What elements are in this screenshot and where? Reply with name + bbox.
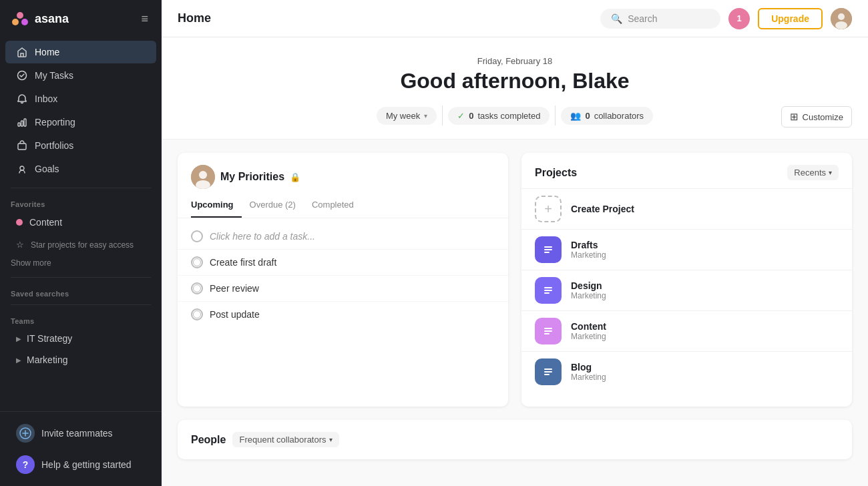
sidebar-item-marketing[interactable]: ▶ Marketing xyxy=(5,350,156,370)
hero-row: My week ▾ ✓ 0 tasks completed 👥 0 collab… xyxy=(162,105,868,128)
sidebar-item-portfolios-label: Portfolios xyxy=(35,140,73,151)
task-check-icon-3 xyxy=(191,282,203,294)
priorities-card: My Priorities 🔒 Upcoming Overdue (2) Com… xyxy=(178,153,508,407)
sidebar-item-home[interactable]: Home xyxy=(5,41,156,63)
asana-logo-icon xyxy=(11,9,29,28)
search-box[interactable]: 🔍 Search xyxy=(600,9,720,29)
sidebar-toggle-button[interactable]: ≡ xyxy=(138,9,151,29)
svg-point-0 xyxy=(17,12,23,19)
sidebar-item-my-tasks-label: My Tasks xyxy=(35,70,73,81)
customize-button[interactable]: ⊞ Customize xyxy=(781,106,852,128)
task-item-update[interactable]: Post update xyxy=(178,302,508,327)
show-more-button[interactable]: Show more xyxy=(0,256,162,273)
svg-point-8 xyxy=(20,166,24,170)
sidebar-nav: Home My Tasks Inbox Reporting xyxy=(0,37,162,184)
design-project-icon xyxy=(535,277,562,304)
tab-completed[interactable]: Completed xyxy=(304,196,362,218)
sidebar-item-it-strategy[interactable]: ▶ IT Strategy xyxy=(5,328,156,348)
sidebar-item-content-favorite[interactable]: Content xyxy=(5,212,156,233)
search-placeholder: Search xyxy=(628,13,657,24)
week-chevron: ▾ xyxy=(424,112,427,119)
home-scroll-area: Friday, February 18 Good afternoon, Blak… xyxy=(162,37,868,486)
people-section: People Frequent collaborators ▾ xyxy=(162,420,868,473)
sidebar-star-label: Star projects for easy access xyxy=(31,240,134,250)
sidebar-divider-1 xyxy=(11,188,151,188)
svg-rect-27 xyxy=(544,333,550,334)
task-item-draft[interactable]: Create first draft xyxy=(178,250,508,276)
topbar-right: 🔍 Search 1 Upgrade xyxy=(600,8,852,29)
tasks-completed-pill[interactable]: ✓ 0 tasks completed xyxy=(448,107,550,125)
invite-icon xyxy=(16,424,35,443)
sidebar-item-star-projects[interactable]: ☆ Star projects for easy access xyxy=(5,234,156,255)
task-add-item[interactable]: Click here to add a task... xyxy=(178,224,508,250)
svg-rect-23 xyxy=(544,290,552,291)
sidebar-item-portfolios[interactable]: Portfolios xyxy=(5,134,156,157)
svg-point-16 xyxy=(194,259,201,266)
upgrade-button[interactable]: Upgrade xyxy=(758,8,823,29)
invite-teammates-label: Invite teammates xyxy=(41,428,113,439)
check-stat-icon: ✓ xyxy=(457,111,465,121)
sidebar-item-goals[interactable]: Goals xyxy=(5,158,156,180)
sidebar-item-reporting-label: Reporting xyxy=(35,117,75,128)
sidebar-item-home-label: Home xyxy=(35,47,59,57)
collab-count: 0 xyxy=(585,111,590,121)
sidebar-item-inbox-label: Inbox xyxy=(35,93,57,104)
tasks-label: tasks completed xyxy=(477,111,540,121)
sidebar-item-goals-label: Goals xyxy=(35,164,59,174)
recents-button[interactable]: Recents ▾ xyxy=(787,165,839,180)
sidebar-bottom: Invite teammates ? Help & getting starte… xyxy=(0,411,162,486)
sidebar-item-content-label: Content xyxy=(29,217,62,228)
main-content: Home 🔍 Search 1 Upgrade Friday, February… xyxy=(162,0,868,486)
svg-point-1 xyxy=(12,19,19,25)
priorities-card-header: My Priorities 🔒 xyxy=(178,153,508,189)
tab-overdue[interactable]: Overdue (2) xyxy=(242,196,304,218)
search-icon: 🔍 xyxy=(611,13,622,24)
saved-searches-label: Saved searches xyxy=(0,282,162,300)
customize-label: Customize xyxy=(803,112,843,122)
favorites-dot-icon xyxy=(16,219,23,226)
triangle-icon-2: ▶ xyxy=(16,356,21,364)
recents-chevron: ▾ xyxy=(829,169,832,176)
svg-point-2 xyxy=(21,19,28,25)
project-item-content[interactable]: Content Marketing xyxy=(521,310,852,351)
svg-point-11 xyxy=(838,13,845,20)
help-button[interactable]: ? Help & getting started xyxy=(5,449,156,480)
goals-icon xyxy=(16,163,28,175)
project-item-blog[interactable]: Blog Marketing xyxy=(521,351,852,392)
task-check-icon-2 xyxy=(191,256,203,268)
svg-point-18 xyxy=(194,311,201,318)
project-item-drafts[interactable]: Drafts Marketing xyxy=(521,229,852,270)
sidebar-divider-2 xyxy=(11,277,151,278)
design-info: Design Marketing xyxy=(571,280,606,300)
my-week-pill[interactable]: My week ▾ xyxy=(377,107,437,125)
task-item-review[interactable]: Peer review xyxy=(178,276,508,302)
asana-logo[interactable]: asana xyxy=(11,9,69,28)
svg-rect-29 xyxy=(544,371,552,373)
create-project-name: Create Project xyxy=(571,204,634,214)
svg-rect-26 xyxy=(544,330,552,332)
avatar[interactable] xyxy=(831,8,852,29)
sidebar-item-reporting[interactable]: Reporting xyxy=(5,111,156,134)
svg-point-12 xyxy=(835,21,847,29)
priorities-title: My Priorities xyxy=(220,171,284,183)
content-name: Content xyxy=(571,321,606,332)
project-item-design[interactable]: Design Marketing xyxy=(521,270,852,310)
collab-chevron: ▾ xyxy=(329,436,333,443)
create-project-icon: + xyxy=(535,196,562,222)
my-week-label: My week xyxy=(386,111,420,121)
sidebar-item-inbox[interactable]: Inbox xyxy=(5,87,156,110)
design-name: Design xyxy=(571,280,606,291)
create-project-item[interactable]: + Create Project xyxy=(521,188,852,229)
content-info: Content Marketing xyxy=(571,321,606,341)
notification-badge[interactable]: 1 xyxy=(728,8,750,29)
sidebar-item-my-tasks[interactable]: My Tasks xyxy=(5,64,156,87)
collaborators-pill[interactable]: 👥 0 collaborators xyxy=(561,107,653,125)
svg-rect-24 xyxy=(544,292,550,294)
invite-teammates-button[interactable]: Invite teammates xyxy=(5,418,156,449)
tab-upcoming[interactable]: Upcoming xyxy=(191,196,242,218)
tasks-count: 0 xyxy=(469,111,473,121)
help-icon: ? xyxy=(16,455,35,474)
drafts-info: Drafts Marketing xyxy=(571,240,606,260)
frequent-collaborators-button[interactable]: Frequent collaborators ▾ xyxy=(232,432,339,447)
check-circle-icon xyxy=(16,69,28,81)
